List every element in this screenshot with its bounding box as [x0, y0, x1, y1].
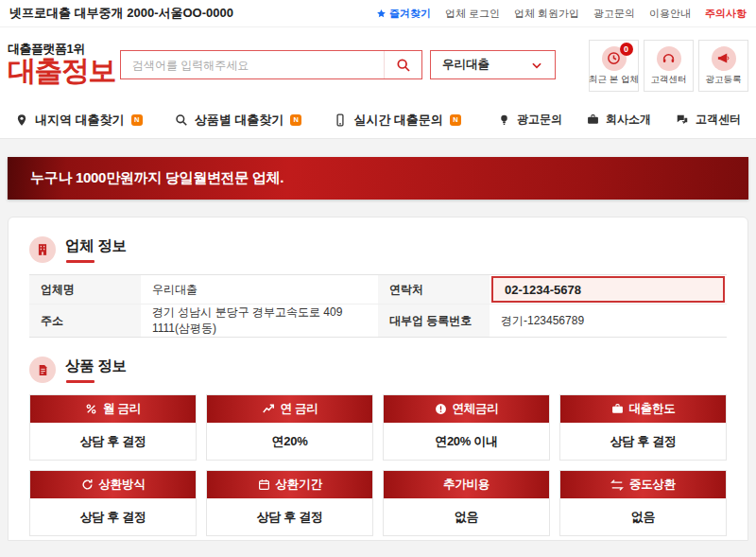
nav-customer-center[interactable]: 고객센터: [676, 112, 741, 128]
ad-inquiry-link[interactable]: 광고문의: [593, 7, 635, 21]
contact-cell: 02-1234-5678: [490, 275, 727, 305]
product-cards-grid: 월 금리 상담 후 결정 연 금리 연20%: [29, 394, 727, 536]
product-card-label: 연체금리: [453, 401, 499, 417]
chat-bubbles-icon: [676, 113, 689, 127]
product-card-value: 상담 후 결정: [207, 498, 372, 535]
building-icon: [29, 236, 56, 263]
favorite-link[interactable]: 즐겨찾기: [376, 7, 431, 21]
login-link[interactable]: 업체 로그인: [445, 7, 500, 21]
chevron-down-icon: [530, 59, 543, 72]
site-logo[interactable]: 대출플랫폼1위 대출정보: [8, 43, 119, 85]
search-box: [120, 50, 422, 79]
recent-companies-button[interactable]: 0 최근 본 업체: [589, 40, 639, 92]
product-card-value: 없음: [384, 498, 549, 535]
address-label: 주소: [29, 305, 141, 337]
guide-link[interactable]: 이용안내: [649, 7, 691, 21]
company-info-table: 업체명 우리대출 연락처 02-1234-5678 주소 경기 성남시 분당구 …: [29, 274, 727, 338]
product-card-repayment-method: 상환방식 상담 후 결정: [29, 470, 197, 536]
logo-title: 대출정보: [8, 56, 119, 86]
map-pin-icon: [15, 113, 28, 127]
product-card-early-repayment: 중도상환 없음: [559, 470, 727, 536]
product-card-value: 연20% 이내: [384, 423, 549, 460]
customer-center-label: 고객센터: [651, 74, 687, 86]
recent-count-badge: 0: [620, 43, 633, 56]
refresh-icon: [81, 479, 94, 491]
category-dropdown[interactable]: 우리대출: [430, 50, 556, 79]
clock-icon: 0: [602, 46, 627, 71]
product-card-repayment-period: 상환기간 상담 후 결정: [206, 470, 373, 536]
product-card-label: 대출한도: [629, 401, 676, 417]
topbar: 넷프로대출 대부중개 2000-서울OO-0000 즐겨찾기 업체 로그인 업체…: [0, 0, 756, 27]
product-card-loan-limit: 대출한도 상담 후 결정: [559, 394, 727, 461]
megaphone-icon: [712, 46, 736, 71]
headset-icon: [657, 46, 681, 71]
promo-banner-text: 누구나 1000만원까지 당일월변전문 업체.: [30, 169, 284, 187]
lightbulb-icon: [498, 113, 510, 126]
company-name-label: 업체명: [29, 275, 141, 305]
exchange-arrows-icon: [610, 479, 624, 492]
document-icon: [29, 357, 56, 383]
product-card-label: 상환기간: [276, 477, 322, 493]
topbar-links: 즐겨찾기 업체 로그인 업체 회원가입 광고문의 이용안내 주의사항: [376, 7, 747, 21]
new-badge: N: [290, 114, 301, 126]
product-card-label: 상환방식: [99, 477, 146, 493]
ad-register-label: 광고등록: [706, 74, 742, 86]
briefcase-icon: [611, 403, 624, 415]
registration-label: 대부업 등록번호: [378, 305, 490, 337]
address-value: 경기 성남시 분당구 경부고속도로 409 1111(삼평동): [141, 305, 378, 337]
nav-right: 광고문의 회사소개 고객센터: [498, 112, 741, 128]
nav-company-intro[interactable]: 회사소개: [587, 112, 651, 128]
product-card-value: 상담 후 결정: [560, 423, 726, 460]
customer-center-button[interactable]: 고객센터: [644, 40, 694, 92]
registration-value: 경기-123456789: [490, 305, 727, 337]
product-info-header: 상품 정보: [29, 357, 727, 383]
calendar-icon: [258, 479, 270, 491]
nav-product-loans[interactable]: 상품별 대출찾기 N: [175, 112, 302, 129]
nav-ad-inquiry[interactable]: 광고문의: [498, 112, 562, 128]
category-selected-value: 우리대출: [442, 57, 490, 73]
caution-link[interactable]: 주의사항: [705, 7, 747, 21]
main-nav: 내지역 대출찾기 N 상품별 대출찾기 N 실시간 대출문의 N: [0, 101, 756, 139]
product-card-value: 연20%: [207, 423, 372, 460]
product-card-label: 월 금리: [103, 401, 141, 417]
detail-card: 업체 정보 업체명 우리대출 연락처 02-1234-5678 주소 경기 성남…: [8, 217, 748, 541]
product-card-monthly-rate: 월 금리 상담 후 결정: [29, 394, 197, 461]
smartphone-icon: [334, 113, 347, 127]
nav-left: 내지역 대출찾기 N 상품별 대출찾기 N 실시간 대출문의 N: [15, 112, 461, 129]
new-badge: N: [131, 114, 143, 126]
site-title: 넷프로대출 대부중개 2000-서울OO-0000: [9, 5, 233, 22]
contact-phone-highlight[interactable]: 02-1234-5678: [491, 276, 725, 303]
product-info-title: 상품 정보: [65, 357, 127, 383]
product-card-label: 중도상환: [629, 477, 676, 493]
logo-tagline: 대출플랫폼1위: [8, 43, 119, 56]
company-info-header: 업체 정보: [29, 236, 727, 263]
nav-region-loans[interactable]: 내지역 대출찾기 N: [15, 112, 143, 129]
signup-link[interactable]: 업체 회원가입: [514, 7, 579, 21]
chart-icon: [262, 403, 275, 416]
product-card-label: 추가비용: [443, 477, 490, 493]
company-name-value: 우리대출: [141, 275, 378, 305]
nav-realtime-inquiry[interactable]: 실시간 대출문의 N: [334, 112, 461, 129]
product-card-value: 상담 후 결정: [30, 423, 196, 460]
product-card-overdue-rate: 연체금리 연20% 이내: [383, 394, 550, 461]
promo-banner: 누구나 1000만원까지 당일월변전문 업체.: [8, 157, 748, 200]
ad-register-button[interactable]: 광고등록: [698, 40, 748, 92]
search-button[interactable]: [384, 51, 421, 78]
product-card-label: 연 금리: [281, 401, 318, 417]
contact-label: 연락처: [378, 275, 490, 305]
content-area: 누구나 1000만원까지 당일월변전문 업체. 업체 정보 업체명 우리대출 연…: [0, 139, 756, 557]
search-input[interactable]: [121, 59, 384, 72]
quick-icons: 0 최근 본 업체 고객센터 광고등록: [589, 40, 748, 92]
search-icon: [396, 58, 411, 73]
company-info-title: 업체 정보: [65, 236, 127, 263]
product-card-value: 없음: [560, 498, 726, 535]
percent-icon: [85, 403, 97, 415]
product-card-annual-rate: 연 금리 연20%: [206, 394, 373, 461]
recent-companies-label: 최근 본 업체: [589, 74, 639, 86]
product-card-extra-cost: 추가비용 없음: [383, 470, 550, 536]
product-card-value: 상담 후 결정: [30, 498, 196, 535]
page: 넷프로대출 대부중개 2000-서울OO-0000 즐겨찾기 업체 로그인 업체…: [0, 0, 756, 557]
alert-circle-icon: [435, 403, 447, 415]
new-badge: N: [450, 114, 461, 126]
search-icon: [175, 113, 188, 127]
